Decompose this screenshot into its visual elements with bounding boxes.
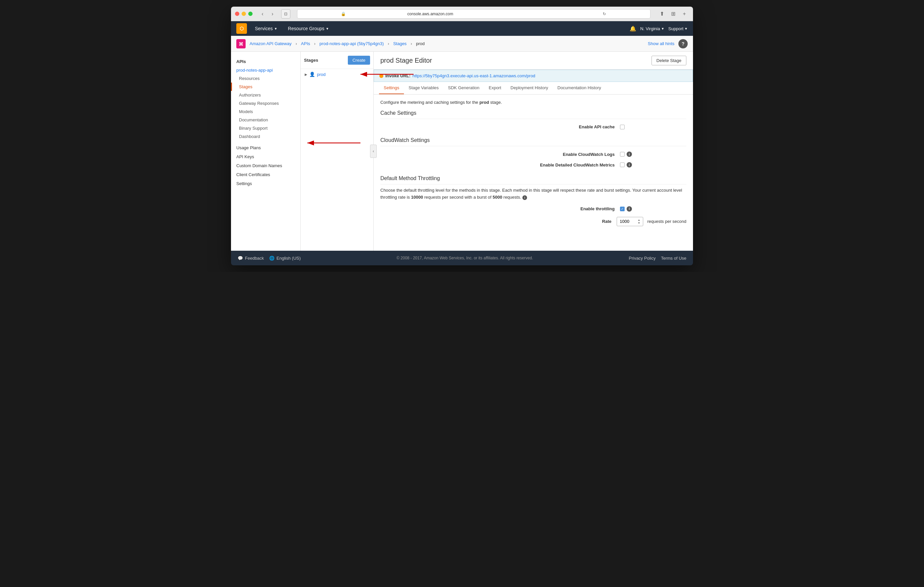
apis-heading: APIs bbox=[231, 57, 300, 66]
sidebar-item-stages[interactable]: Stages bbox=[231, 82, 300, 91]
tab-stage-variables[interactable]: Stage Variables bbox=[404, 82, 444, 94]
stage-item-prod[interactable]: ▶ 👤 prod bbox=[301, 69, 373, 80]
sidebar-item-gateway-responses[interactable]: Gateway Responses bbox=[231, 99, 300, 107]
sidebar-item-api-name[interactable]: prod-notes-app-api bbox=[231, 66, 300, 74]
url-text: console.aws.amazon.com bbox=[388, 12, 473, 16]
rate-unit-label: requests per second bbox=[647, 219, 686, 224]
bell-icon[interactable]: 🔔 bbox=[630, 26, 636, 32]
sidebar-item-authorizers[interactable]: Authorizers bbox=[231, 91, 300, 99]
globe-icon: 🌐 bbox=[269, 256, 274, 261]
cache-settings-title: Cache Settings bbox=[380, 110, 686, 119]
reload-icon[interactable]: ↻ bbox=[562, 12, 647, 16]
tab-settings[interactable]: Settings bbox=[379, 82, 404, 94]
add-button[interactable]: + bbox=[680, 9, 689, 18]
content-header: prod Stage Editor Delete Stage bbox=[374, 52, 693, 70]
status-dot-icon bbox=[380, 74, 383, 78]
breadcrumb-api-name[interactable]: prod-notes-app-api (5by75p4gn3) bbox=[320, 41, 384, 46]
lock-icon: 🔒 bbox=[301, 12, 386, 16]
sidebar-item-settings[interactable]: Settings bbox=[231, 179, 300, 188]
throttle-description: Choose the default throttling level for … bbox=[380, 187, 686, 201]
throttle-info-icon[interactable]: i bbox=[522, 195, 527, 200]
main-layout: APIs prod-notes-app-api Resources Stages… bbox=[231, 52, 693, 251]
traffic-lights bbox=[235, 12, 252, 16]
enable-throttling-checkbox[interactable]: ✓ bbox=[620, 207, 625, 211]
invoke-url-link[interactable]: https://5by75p4gn3.execute-api.us-east-1… bbox=[412, 73, 535, 78]
chevron-down-icon: ▼ bbox=[326, 27, 329, 31]
throttle-burst-value: 5000 bbox=[493, 195, 502, 200]
sidebar-item-api-keys[interactable]: API Keys bbox=[231, 152, 300, 161]
sidebar-item-client-certificates[interactable]: Client Certificates bbox=[231, 170, 300, 179]
sidebar-item-models[interactable]: Models bbox=[231, 107, 300, 116]
apis-section: APIs prod-notes-app-api Resources Stages… bbox=[231, 57, 300, 141]
new-tab-button[interactable]: ⊞ bbox=[668, 9, 678, 18]
rate-spinner[interactable]: ▲ ▼ bbox=[638, 219, 640, 225]
show-all-hints-link[interactable]: Show all hints bbox=[648, 41, 675, 46]
enable-cache-checkbox[interactable] bbox=[620, 125, 625, 129]
footer-right: Privacy Policy Terms of Use bbox=[629, 256, 687, 261]
sidebar-item-dashboard[interactable]: Dashboard bbox=[231, 132, 300, 141]
breadcrumb-sep3: › bbox=[388, 41, 389, 46]
nav-right-group: 🔔 N. Virginia ▼ Support ▼ bbox=[630, 26, 688, 32]
sidebar-item-documentation[interactable]: Documentation bbox=[231, 116, 300, 124]
tab-documentation-history[interactable]: Documentation History bbox=[553, 82, 606, 94]
forward-button[interactable]: › bbox=[268, 9, 277, 18]
window-actions: ⬆ ⊞ + bbox=[657, 9, 689, 18]
delete-stage-button[interactable]: Delete Stage bbox=[652, 56, 686, 65]
enable-throttling-label: Enable throttling bbox=[380, 206, 620, 211]
enable-logs-checkbox[interactable] bbox=[620, 152, 625, 156]
chat-icon: 💬 bbox=[238, 256, 243, 261]
apigw-logo-icon: ⌘ bbox=[236, 39, 246, 48]
create-button[interactable]: Create bbox=[348, 56, 370, 65]
sub-nav-right: Show all hints ? bbox=[648, 39, 688, 48]
titlebar: ‹ › ⊡ 🔒 console.aws.amazon.com ↻ ⬆ ⊞ + bbox=[231, 7, 693, 21]
settings-description: Configure the metering and caching setti… bbox=[380, 100, 686, 105]
breadcrumb-stages[interactable]: Stages bbox=[393, 41, 407, 46]
collapse-panel-button[interactable]: ‹ bbox=[370, 145, 377, 158]
sidebar-item-binary-support[interactable]: Binary Support bbox=[231, 124, 300, 132]
support-menu[interactable]: Support ▼ bbox=[668, 26, 688, 31]
enable-logs-control: i bbox=[620, 151, 686, 157]
language-selector[interactable]: 🌐 English (US) bbox=[269, 256, 301, 261]
sidebar-item-custom-domain-names[interactable]: Custom Domain Names bbox=[231, 161, 300, 170]
privacy-policy-link[interactable]: Privacy Policy bbox=[629, 256, 656, 261]
resource-groups-menu[interactable]: Resource Groups ▼ bbox=[285, 24, 332, 33]
rate-label: Rate bbox=[380, 219, 617, 224]
enable-cache-row: Enable API cache bbox=[380, 122, 686, 132]
region-selector[interactable]: N. Virginia ▼ bbox=[640, 26, 665, 31]
minimize-button[interactable] bbox=[242, 12, 246, 16]
enable-logs-row: Enable CloudWatch Logs i bbox=[380, 149, 686, 159]
chevron-down-icon: ▼ bbox=[274, 27, 277, 31]
enable-throttling-info-icon[interactable]: i bbox=[627, 206, 632, 212]
terms-of-use-link[interactable]: Terms of Use bbox=[661, 256, 686, 261]
nav-arrows: ‹ › bbox=[258, 9, 277, 18]
stage-name-label[interactable]: prod bbox=[317, 72, 326, 77]
tab-sdk-generation[interactable]: SDK Generation bbox=[444, 82, 484, 94]
enable-metrics-info-icon[interactable]: i bbox=[627, 162, 632, 168]
tab-deployment-history[interactable]: Deployment History bbox=[506, 82, 553, 94]
enable-logs-info-icon[interactable]: i bbox=[627, 151, 632, 157]
breadcrumb-apis[interactable]: APIs bbox=[301, 41, 310, 46]
enable-metrics-checkbox[interactable] bbox=[620, 163, 625, 167]
feedback-link[interactable]: 💬 Feedback bbox=[238, 256, 264, 261]
back-button[interactable]: ‹ bbox=[258, 9, 267, 18]
services-menu[interactable]: Services ▼ bbox=[252, 24, 280, 33]
invoke-label: Invoke URL: bbox=[385, 73, 411, 78]
enable-logs-label: Enable CloudWatch Logs bbox=[380, 152, 620, 157]
tab-switcher[interactable]: ⊡ bbox=[281, 9, 290, 18]
close-button[interactable] bbox=[235, 12, 239, 16]
app-name-link[interactable]: Amazon API Gateway bbox=[249, 41, 291, 46]
tab-settings-content: Configure the metering and caching setti… bbox=[374, 95, 693, 234]
stages-header: Stages Create bbox=[301, 52, 373, 69]
help-button[interactable]: ? bbox=[678, 39, 688, 48]
sidebar-item-resources[interactable]: Resources bbox=[231, 74, 300, 82]
stage-user-icon: 👤 bbox=[309, 72, 315, 77]
rate-input-field[interactable]: 1000 ▲ ▼ bbox=[617, 217, 643, 226]
sidebar-item-usage-plans[interactable]: Usage Plans bbox=[231, 143, 300, 152]
url-bar[interactable]: 🔒 console.aws.amazon.com ↻ bbox=[297, 9, 650, 18]
maximize-button[interactable] bbox=[248, 12, 252, 16]
stages-panel: Stages Create ▶ 👤 prod bbox=[301, 52, 374, 251]
breadcrumb-sep1: › bbox=[295, 41, 297, 46]
aws-navbar: ⬡ Services ▼ Resource Groups ▼ 🔔 N. Virg… bbox=[231, 21, 693, 36]
tab-export[interactable]: Export bbox=[484, 82, 506, 94]
share-button[interactable]: ⬆ bbox=[657, 9, 667, 18]
